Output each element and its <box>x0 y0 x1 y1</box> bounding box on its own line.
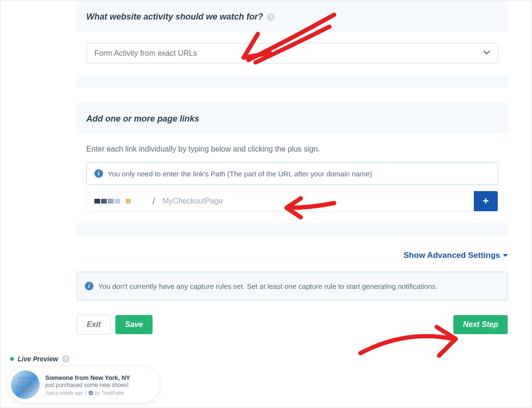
preview-time: Just a minute ago <box>45 390 83 396</box>
url-path-input[interactable] <box>159 191 474 211</box>
help-icon[interactable]: ? <box>62 355 70 363</box>
info-icon: i <box>85 282 93 290</box>
activity-section-body: Form Activity from exact URLs <box>77 31 508 75</box>
alert-text: You don't currently have any capture rul… <box>98 282 438 290</box>
links-info-text: You only need to enter the link's Path (… <box>108 170 372 178</box>
activity-title-text: What website activity should we watch fo… <box>86 12 263 22</box>
verified-check-icon <box>88 390 93 396</box>
brand-bars-icon <box>94 199 131 204</box>
add-link-button[interactable]: + <box>474 191 498 211</box>
help-icon[interactable]: ? <box>267 13 275 21</box>
activity-select-wrapper: Form Activity from exact URLs <box>86 43 498 63</box>
links-section-body: Enter each link individually by typing b… <box>77 133 508 223</box>
show-advanced-settings-link[interactable]: Show Advanced Settings <box>404 251 508 260</box>
advanced-link-label: Show Advanced Settings <box>404 251 500 260</box>
status-dot-icon <box>10 357 14 361</box>
preview-notification-card: CONNECNew YorkPhiladelphiaJERSEY Someone… <box>7 367 160 403</box>
links-section: Add one or more page links Enter each li… <box>77 102 508 236</box>
exit-button[interactable]: Exit <box>77 315 111 335</box>
map-thumbnail-icon: CONNECNew YorkPhiladelphiaJERSEY <box>11 370 40 399</box>
map-labels: CONNECNew YorkPhiladelphiaJERSEY <box>16 376 34 393</box>
caret-down-icon <box>503 254 508 257</box>
links-instruction: Enter each link individually by typing b… <box>86 145 498 153</box>
action-button-row: Exit Save Next Step <box>77 315 508 335</box>
next-step-button[interactable]: Next Step <box>453 315 508 334</box>
info-icon: i <box>94 169 103 178</box>
preview-by: by TrustPulse <box>95 390 124 396</box>
preview-sub: just purchased some new shoes! <box>45 382 152 388</box>
links-info-box: i You only need to enter the link's Path… <box>86 162 498 185</box>
plus-icon: + <box>483 195 489 207</box>
live-preview-text: Live Preview <box>18 355 58 363</box>
live-preview-label: Live Preview ? <box>10 355 160 363</box>
activity-section: What website activity should we watch fo… <box>77 0 508 88</box>
preview-content: Someone from New York, NY just purchased… <box>45 374 152 396</box>
url-input-row: / + <box>86 191 498 212</box>
no-capture-rules-alert: i You don't currently have any capture r… <box>77 272 508 300</box>
live-preview-section: Live Preview ? CONNECNew YorkPhiladelphi… <box>7 355 160 403</box>
links-section-title: Add one or more page links <box>77 114 508 133</box>
activity-section-title: What website activity should we watch fo… <box>77 12 508 31</box>
preview-meta: Just a minute ago | by TrustPulse <box>45 390 152 396</box>
url-slash: / <box>138 191 159 211</box>
save-button[interactable]: Save <box>115 315 152 334</box>
activity-select[interactable]: Form Activity from exact URLs <box>86 43 498 63</box>
links-title-text: Add one or more page links <box>86 114 199 124</box>
advanced-settings-row: Show Advanced Settings <box>77 251 508 260</box>
domain-prefix <box>87 191 138 211</box>
meta-divider: | <box>85 390 86 396</box>
preview-headline: Someone from New York, NY <box>45 374 152 381</box>
